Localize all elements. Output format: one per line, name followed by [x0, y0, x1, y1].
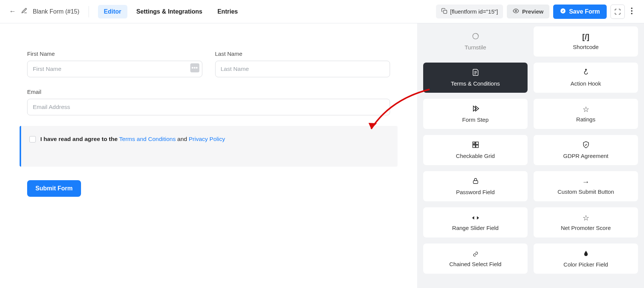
grid-icon: [472, 141, 479, 150]
svg-rect-0: [444, 10, 447, 14]
email-field[interactable]: Email: [27, 89, 390, 115]
tab-entries[interactable]: Entries: [211, 5, 244, 18]
topbar-left: ← Blank Form (#15) Editor Settings & Int…: [9, 5, 244, 18]
field-ratings[interactable]: ☆ Ratings: [534, 99, 638, 129]
form-canvas: First Name ••• Last Name Email I have re…: [0, 23, 417, 288]
field-terms-conditions[interactable]: Terms & Conditions: [423, 63, 528, 93]
divider: [89, 6, 89, 17]
svg-rect-17: [473, 181, 478, 184]
more-icon[interactable]: [629, 7, 635, 16]
field-nps[interactable]: ☆ Net Promoter Score: [534, 207, 638, 237]
tabs: Editor Settings & Integrations Entries: [98, 5, 244, 18]
svg-rect-15: [473, 145, 475, 148]
terms-block[interactable]: I have read and agree to the Terms and C…: [20, 126, 398, 167]
last-name-field[interactable]: Last Name: [215, 51, 390, 77]
turnstile-icon: [472, 32, 479, 41]
star-icon: ☆: [583, 106, 589, 113]
svg-point-3: [631, 8, 633, 9]
main: First Name ••• Last Name Email I have re…: [0, 23, 644, 288]
drag-handle-icon[interactable]: •••: [190, 63, 199, 72]
svg-point-5: [631, 13, 633, 14]
form-title: Blank Form (#15): [33, 8, 80, 15]
last-name-input[interactable]: [215, 61, 390, 77]
terms-link[interactable]: Terms and Conditions: [119, 136, 176, 142]
terms-checkbox[interactable]: [29, 136, 36, 142]
svg-point-1: [515, 10, 517, 12]
submit-button[interactable]: Submit Form: [27, 180, 81, 197]
email-input[interactable]: [27, 99, 390, 115]
field-range-slider[interactable]: Range Slider Field: [423, 207, 528, 237]
name-row: First Name ••• Last Name: [27, 51, 390, 77]
eye-icon: [513, 8, 519, 15]
link-icon: [472, 250, 479, 258]
field-gdpr[interactable]: GDPR Agreement: [534, 135, 638, 165]
document-icon: [472, 69, 479, 77]
skip-icon: [471, 105, 480, 113]
field-shortcode[interactable]: [/] Shortcode: [534, 26, 638, 57]
check-circle-icon: [560, 8, 566, 15]
fields-sidebar: Turnstile [/] Shortcode Terms & Conditio…: [417, 23, 644, 288]
hook-icon: [582, 69, 590, 77]
field-form-step[interactable]: Form Step: [423, 99, 528, 129]
field-turnstile[interactable]: Turnstile: [423, 26, 528, 57]
svg-point-4: [631, 10, 633, 12]
field-checkable-grid[interactable]: Checkable Grid: [423, 135, 528, 165]
svg-marker-18: [472, 216, 474, 219]
svg-rect-16: [476, 145, 478, 148]
svg-point-10: [585, 69, 586, 70]
terms-inner: I have read and agree to the Terms and C…: [29, 136, 389, 142]
topbar: ← Blank Form (#15) Editor Settings & Int…: [0, 0, 644, 23]
shortcode-text: [fluentform id="15"]: [450, 8, 498, 15]
first-name-field[interactable]: First Name •••: [27, 51, 202, 77]
privacy-link[interactable]: Privacy Policy: [189, 136, 225, 142]
arrow-right-icon: →: [582, 178, 590, 185]
first-name-input[interactable]: [27, 61, 202, 77]
tab-editor[interactable]: Editor: [98, 5, 127, 18]
email-label: Email: [27, 89, 390, 95]
pencil-icon[interactable]: [21, 8, 28, 15]
star-icon: ☆: [583, 214, 589, 222]
svg-marker-19: [477, 216, 479, 219]
field-action-hook[interactable]: Action Hook: [534, 63, 638, 93]
preview-button[interactable]: Preview: [507, 5, 549, 18]
svg-rect-14: [476, 142, 478, 145]
back-arrow-icon[interactable]: ←: [9, 8, 16, 15]
terms-text: I have read and agree to the Terms and C…: [40, 136, 225, 142]
tab-settings[interactable]: Settings & Integrations: [130, 5, 208, 18]
save-button[interactable]: Save Form: [553, 5, 607, 19]
copy-icon: [441, 8, 447, 15]
first-name-label: First Name: [27, 51, 202, 57]
drop-icon: [583, 250, 589, 258]
shield-icon: [582, 141, 590, 150]
lock-icon: [472, 177, 479, 186]
last-name-label: Last Name: [215, 51, 390, 57]
fullscreen-button[interactable]: [610, 5, 625, 19]
field-chained-select[interactable]: Chained Select Field: [423, 244, 528, 274]
slider-icon: [471, 214, 480, 222]
shortcode-icon: [/]: [582, 33, 589, 41]
topbar-right: [fluentform id="15"] Preview Save Form: [436, 5, 635, 19]
shortcode-box[interactable]: [fluentform id="15"]: [436, 5, 503, 18]
field-custom-submit[interactable]: → Custom Submit Button: [534, 171, 638, 201]
field-password[interactable]: Password Field: [423, 171, 528, 201]
field-color-picker[interactable]: Color Picker Field: [534, 244, 638, 274]
